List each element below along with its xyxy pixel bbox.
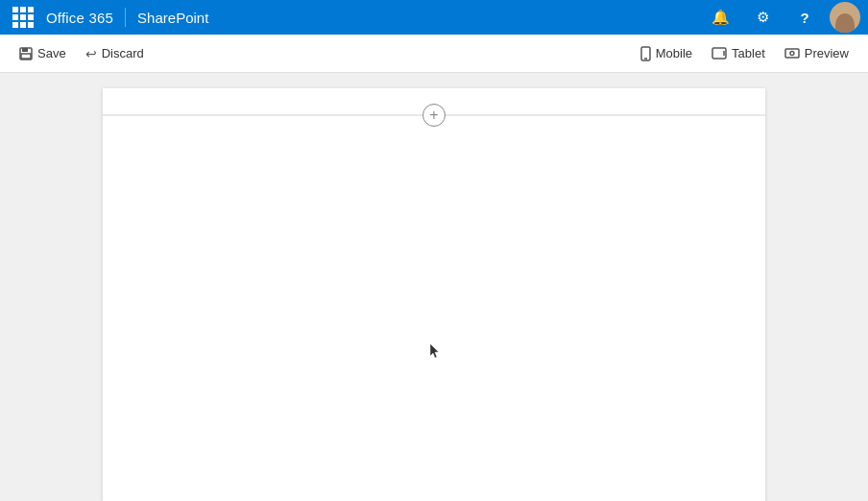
gear-icon: ⚙ <box>757 9 769 26</box>
save-button[interactable]: Save <box>12 42 74 64</box>
cursor <box>429 343 441 360</box>
preview-label: Preview <box>805 46 849 60</box>
plus-icon: + <box>429 107 438 123</box>
add-section-row[interactable]: + <box>103 104 765 127</box>
page-canvas[interactable]: + <box>103 88 765 501</box>
top-bar: Office 365 SharePoint 🔔 ⚙ ? <box>0 0 868 35</box>
mobile-icon <box>640 46 651 61</box>
avatar[interactable] <box>830 2 860 33</box>
tablet-icon <box>711 47 727 60</box>
discard-button[interactable]: ↩ Discard <box>78 42 152 65</box>
save-label: Save <box>37 46 66 60</box>
settings-button[interactable]: ⚙ <box>745 0 780 35</box>
mobile-view-button[interactable]: Mobile <box>633 42 700 65</box>
discard-icon: ↩ <box>85 46 97 61</box>
save-icon <box>19 47 33 60</box>
mobile-label: Mobile <box>656 46 692 60</box>
svg-point-8 <box>790 52 794 56</box>
preview-button[interactable]: Preview <box>777 42 856 64</box>
question-icon: ? <box>800 10 808 26</box>
tablet-view-button[interactable]: Tablet <box>704 42 773 64</box>
svg-rect-1 <box>22 48 28 52</box>
add-section-button[interactable]: + <box>422 104 446 127</box>
preview-icon <box>784 48 800 59</box>
svg-rect-7 <box>785 49 799 58</box>
title-divider <box>125 8 126 27</box>
notification-button[interactable]: 🔔 <box>703 0 737 35</box>
edit-toolbar: Save ↩ Discard Mobile Tablet Preview <box>0 35 868 73</box>
help-button[interactable]: ? <box>787 0 822 35</box>
tablet-label: Tablet <box>732 46 765 60</box>
main-content: + <box>0 73 868 501</box>
avatar-image <box>835 13 855 33</box>
app-name-label: SharePoint <box>137 10 208 26</box>
waffle-icon <box>12 7 34 28</box>
bell-icon: 🔔 <box>711 9 730 26</box>
office365-label: Office 365 <box>46 10 113 26</box>
discard-label: Discard <box>102 46 144 60</box>
view-controls: Mobile Tablet Preview <box>633 42 856 65</box>
svg-rect-2 <box>21 54 31 59</box>
waffle-button[interactable] <box>8 2 38 33</box>
